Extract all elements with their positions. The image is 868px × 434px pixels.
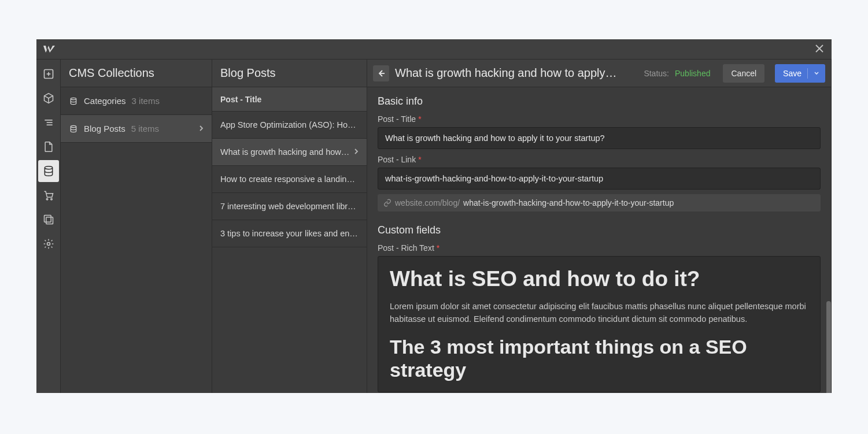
collection-name: Categories [84,96,126,106]
items-panel: Blog Posts Post - Title App Store Optimi… [212,60,367,393]
save-label: Save [783,69,801,78]
section-basic-info: Basic info [378,95,821,107]
url-preview: website.com/blog/what-is-growth-hacking-… [378,194,821,212]
svg-point-14 [47,243,50,246]
stack-icon [69,97,78,106]
url-slug: what-is-growth-hacking-and-how-to-apply-… [463,198,674,207]
svg-point-11 [50,198,52,200]
status-value: Published [675,69,711,78]
editor-body: Basic info Post - Title* Post - Link* we… [367,87,831,393]
status-label: Status: [644,69,669,78]
item-title: 3 tips to increase your likes and en… [220,229,358,238]
cart-icon[interactable] [38,184,59,206]
collection-count: 5 items [131,124,159,133]
item-row[interactable]: How to create responsive a landing… [212,166,367,193]
svg-point-10 [46,198,48,200]
webflow-logo-icon [42,42,56,56]
section-custom-fields: Custom fields [378,224,821,236]
app-window: CMS Collections Categories 3 items Blog … [36,39,832,393]
box-icon[interactable] [38,87,59,109]
svg-point-15 [71,98,76,99]
collection-count: 3 items [132,96,160,106]
collection-name: Blog Posts [84,124,125,133]
item-title: App Store Optimization (ASO): How… [220,120,359,129]
rich-h1: What is SEO and how to do it? [390,267,808,292]
collections-title: CMS Collections [61,60,212,87]
main-area: CMS Collections Categories 3 items Blog … [36,60,832,393]
items-panel-title: Blog Posts [212,60,367,87]
left-rail [36,60,61,393]
svg-point-9 [45,166,52,169]
field-label-link: Post - Link* [378,155,821,164]
close-icon[interactable] [813,41,826,58]
item-row[interactable]: 7 interesting web development libr… [212,193,367,220]
field-label-richtext: Post - Rich Text* [378,243,821,253]
svg-rect-12 [46,217,53,224]
chevron-right-icon [354,147,359,157]
editor-title: What is growth hacking and how to apply… [395,66,617,80]
editor-panel: What is growth hacking and how to apply…… [367,60,832,393]
field-label-title: Post - Title* [378,114,821,124]
collection-categories[interactable]: Categories 3 items [61,87,212,115]
collection-blog-posts[interactable]: Blog Posts 5 items [61,115,212,143]
rich-text-editor[interactable]: What is SEO and how to do it? Lorem ipsu… [378,256,821,392]
item-row[interactable]: App Store Optimization (ASO): How… [212,112,367,139]
item-row[interactable]: What is growth hacking and how… [212,139,367,166]
navigator-icon[interactable] [38,112,59,133]
database-icon[interactable] [38,160,59,182]
editor-header: What is growth hacking and how to apply…… [367,60,831,87]
add-icon[interactable] [38,63,59,85]
chevron-right-icon [199,124,204,133]
items-column-header: Post - Title [212,87,367,112]
post-link-input[interactable] [378,168,821,190]
item-title: How to create responsive a landing… [220,175,359,184]
item-title: What is growth hacking and how… [220,147,349,157]
settings-icon[interactable] [38,233,59,255]
page-icon[interactable] [38,136,59,158]
item-title: 7 interesting web development libr… [220,202,356,211]
save-button[interactable]: Save [775,64,825,83]
url-prefix: website.com/blog/ [395,198,460,207]
rich-h2: The 3 most important things on a SEO str… [390,336,808,381]
scrollbar-thumb[interactable] [826,301,831,393]
chevron-down-icon [814,70,819,77]
back-button[interactable] [373,65,389,81]
rich-p: Lorem ipsum dolor sit amet consectetur a… [390,300,808,326]
svg-point-16 [71,125,76,127]
cancel-button[interactable]: Cancel [723,64,764,83]
link-icon [383,199,391,207]
svg-rect-13 [44,216,51,222]
titlebar [36,39,832,60]
post-title-input[interactable] [378,127,821,149]
stack-icon [69,124,78,133]
collections-panel: CMS Collections Categories 3 items Blog … [61,60,212,393]
item-row[interactable]: 3 tips to increase your likes and en… [212,220,367,247]
assets-icon[interactable] [38,209,59,231]
